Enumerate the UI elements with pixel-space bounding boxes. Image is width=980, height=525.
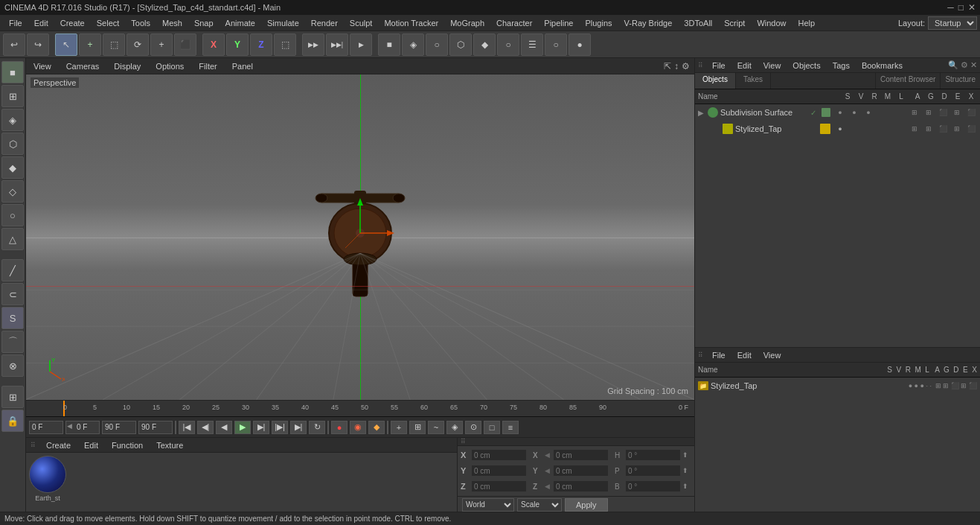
transform-tool-button[interactable]: + <box>150 34 173 56</box>
tool-checkered[interactable]: ⊞ <box>1 85 24 107</box>
vp-maximize-icon[interactable]: ⇱ <box>664 61 671 71</box>
z-rot-input[interactable] <box>553 480 609 492</box>
vp-menu-view[interactable]: View <box>31 60 54 72</box>
menu-simulate[interactable]: Simulate <box>261 17 305 29</box>
menu-plugins[interactable]: Plugins <box>579 17 618 29</box>
menu-mograph[interactable]: MoGraph <box>444 17 490 29</box>
x-pos-input[interactable] <box>471 449 527 461</box>
tool-generator[interactable]: ◆ <box>1 156 24 179</box>
tool-sculpt-grab[interactable]: ⊗ <box>1 354 24 377</box>
menu-snap[interactable]: Snap <box>188 17 220 29</box>
tool-nurbs[interactable]: ○ <box>1 204 24 226</box>
vp-menu-display[interactable]: Display <box>111 60 144 72</box>
cam-button[interactable]: □ <box>484 421 500 434</box>
tool-magnet[interactable]: ⊂ <box>1 283 24 305</box>
mat-menu-edit[interactable]: Edit <box>81 439 101 451</box>
scale-tool-button[interactable]: ⬚ <box>103 34 125 56</box>
object-tool-button[interactable]: ⬛ <box>174 34 196 56</box>
undo-button[interactable]: ↩ <box>3 34 25 56</box>
record-button[interactable]: ● <box>331 421 348 434</box>
am-menu-file[interactable]: File <box>709 349 728 361</box>
menu-mesh[interactable]: Mesh <box>156 17 188 29</box>
vp-menu-panel[interactable]: Panel <box>229 60 256 72</box>
world-dropdown[interactable]: World <box>462 498 514 512</box>
menu-character[interactable]: Character <box>490 17 538 29</box>
scale-dropdown[interactable]: Scale <box>517 498 562 512</box>
tool-stamp[interactable]: S <box>1 307 24 329</box>
p-step[interactable]: ⬆ <box>682 467 691 474</box>
material-item[interactable]: Earth_st <box>29 456 66 502</box>
minimize-button[interactable]: ─ <box>947 2 954 13</box>
menu-script[interactable]: Script <box>718 17 751 29</box>
mat-menu-texture[interactable]: Texture <box>153 439 186 451</box>
om-menu-file[interactable]: File <box>709 60 728 71</box>
tool-grid-vis[interactable]: ⊞ <box>1 386 24 408</box>
rotate-tool-button[interactable]: ⟳ <box>126 34 149 56</box>
menu-create[interactable]: Create <box>54 17 91 29</box>
menu-motiontacker[interactable]: Motion Tracker <box>378 17 444 29</box>
am-menu-view[interactable]: View <box>760 349 784 361</box>
om-menu-tags[interactable]: Tags <box>830 60 853 71</box>
am-menu-edit[interactable]: Edit <box>734 349 755 361</box>
tool-spline[interactable]: ◇ <box>1 180 24 203</box>
view-wire-button[interactable]: ◈ <box>402 34 424 56</box>
layout-dropdown[interactable]: Startup <box>928 16 977 30</box>
om-menu-objects[interactable]: Objects <box>790 60 823 71</box>
tool-paint[interactable]: ╱ <box>1 259 24 281</box>
material-ball-earth[interactable] <box>29 456 66 493</box>
menu-tools[interactable]: Tools <box>125 17 156 29</box>
next-frame-button[interactable]: ▶| <box>253 421 269 434</box>
mat-menu-create[interactable]: Create <box>43 439 74 451</box>
view-point-button[interactable]: ○ <box>426 34 448 56</box>
apply-button[interactable]: Apply <box>565 498 608 512</box>
end-frame-input[interactable] <box>102 421 136 434</box>
vp-menu-options[interactable]: Options <box>153 60 187 72</box>
step-forward-button[interactable]: |▶| <box>272 421 288 434</box>
menu-render[interactable]: Render <box>305 17 344 29</box>
viewport-3d[interactable]: Perspective <box>26 74 694 400</box>
tool-boole[interactable]: ◈ <box>1 109 24 131</box>
move-tool-button[interactable]: + <box>79 34 101 56</box>
view-xray-button[interactable]: ● <box>569 34 591 56</box>
y-pos-input[interactable] <box>471 465 527 477</box>
go-start-button[interactable]: |◀ <box>179 421 195 434</box>
select-tool-button[interactable]: ↖ <box>55 34 77 56</box>
obj-row-stylized-tap[interactable]: Stylized_Tap ● ⊞ ⊞ ⬛ ⊞ ⬛ <box>695 121 980 137</box>
preview-end-input[interactable] <box>138 421 173 434</box>
render-region-button[interactable]: ▶▶ <box>302 34 324 56</box>
motion-button[interactable]: ◈ <box>446 421 463 434</box>
om-menu-bookmarks[interactable]: Bookmarks <box>859 60 906 71</box>
current-frame-input[interactable] <box>29 421 63 434</box>
layer-button[interactable]: ≡ <box>502 421 519 434</box>
menu-edit[interactable]: Edit <box>28 17 54 29</box>
menu-vray[interactable]: V-Ray Bridge <box>618 17 679 29</box>
axis-y-button[interactable]: Y <box>226 34 249 56</box>
axis-x-button[interactable]: X <box>202 34 225 56</box>
menu-sculpt[interactable]: Sculpt <box>344 17 379 29</box>
h-step[interactable]: ⬆ <box>682 451 691 459</box>
tab-takes[interactable]: Takes <box>736 73 771 89</box>
step-back-button[interactable]: ◀| <box>197 421 214 434</box>
om-menu-edit[interactable]: Edit <box>734 60 755 71</box>
tab-objects[interactable]: Objects <box>695 73 736 89</box>
move-frame-button[interactable]: + <box>391 421 407 434</box>
menu-help[interactable]: Help <box>792 17 822 29</box>
h-input[interactable] <box>625 449 681 461</box>
mat-menu-function[interactable]: Function <box>109 439 146 451</box>
key-button[interactable]: ◆ <box>368 421 385 434</box>
redo-button[interactable]: ↪ <box>27 34 49 56</box>
snap-frame-button[interactable]: ⊞ <box>409 421 426 434</box>
obj-search-icon[interactable]: 🔍 <box>948 60 958 70</box>
menu-3dtoall[interactable]: 3DToAll <box>678 17 718 29</box>
menu-pipeline[interactable]: Pipeline <box>538 17 579 29</box>
maximize-button[interactable]: □ <box>958 2 964 13</box>
obj-row-subdivision[interactable]: ▶ Subdivision Surface ✓ ● ● ● ⊞ <box>695 104 980 121</box>
prev-frame-button[interactable]: ◀ <box>216 421 232 434</box>
view-edge-button[interactable]: ⬡ <box>449 34 472 56</box>
loop-button[interactable]: ↻ <box>309 421 325 434</box>
obj-settings-icon[interactable]: ⚙ <box>961 60 968 70</box>
auto-key-button[interactable]: ◉ <box>350 421 366 434</box>
z-pos-input[interactable] <box>471 480 527 492</box>
om-menu-view[interactable]: View <box>760 60 784 71</box>
vp-settings-icon[interactable]: ⚙ <box>682 61 690 71</box>
